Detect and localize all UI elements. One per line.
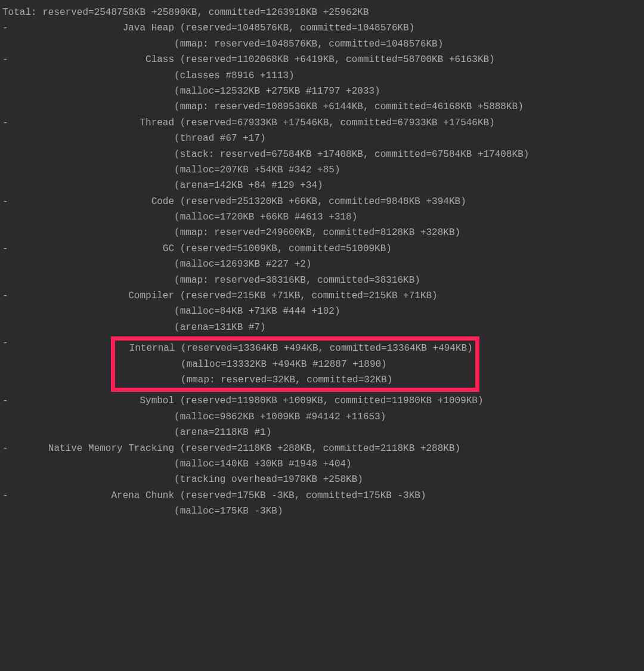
section-dash: - — [2, 335, 8, 351]
section-detail-line: (mmap: reserved=1048576KB, committed=104… — [2, 36, 642, 52]
section-header: - Java Heap (reserved=1048576KB, committ… — [2, 20, 642, 36]
section-header: - Native Memory Tracking (reserved=2118K… — [2, 441, 642, 456]
section-detail-line: (stack: reserved=67584KB +17408KB, commi… — [2, 147, 642, 162]
section-detail-line: (classes #8916 +1113) — [2, 68, 642, 84]
section-detail-line: (malloc=140KB +30KB #1948 +404) — [2, 456, 642, 472]
section-header: - Code (reserved=251320KB +66KB, committ… — [2, 194, 642, 209]
section-detail-line: (mmap: reserved=249600KB, committed=8128… — [2, 225, 642, 240]
section-header: - Symbol (reserved=11980KB +1009KB, comm… — [2, 393, 642, 409]
section-detail-line: (malloc=1720KB +66KB #4613 +318) — [2, 209, 642, 225]
section-detail-line: (malloc=13332KB +494KB #12887 +1890) — [117, 357, 472, 372]
section-detail-line: (malloc=12532KB +275KB #11797 +2033) — [2, 84, 642, 99]
section-detail-line: (malloc=9862KB +1009KB #94142 +11653) — [2, 409, 642, 425]
section-header: - GC (reserved=51009KB, committed=51009K… — [2, 241, 642, 256]
section-detail-line: (mmap: reserved=32KB, committed=32KB) — [117, 372, 472, 388]
section-detail-line: (malloc=175KB -3KB) — [2, 503, 642, 519]
section-detail-line: (mmap: reserved=1089536KB +6144KB, commi… — [2, 99, 642, 115]
section-detail-line: (arena=131KB #7) — [2, 320, 642, 335]
section-detail-line: (malloc=84KB +71KB #444 +102) — [2, 304, 642, 319]
section-detail-line: (tracking overhead=1978KB +258KB) — [2, 472, 642, 487]
section-header-internal: Internal (reserved=13364KB +494KB, commi… — [117, 341, 472, 356]
section-detail-line: (arena=142KB +84 #129 +34) — [2, 178, 642, 193]
section-header: - Arena Chunk (reserved=175KB -3KB, comm… — [2, 488, 642, 503]
section-header: - Class (reserved=1102068KB +6419KB, com… — [2, 52, 642, 67]
section-detail-line: (mmap: reserved=38316KB, committed=38316… — [2, 273, 642, 288]
section-detail-line: (thread #67 +17) — [2, 131, 642, 146]
section-detail-line: (malloc=12693KB #227 +2) — [2, 256, 642, 272]
section-detail-line: (arena=2118KB #1) — [2, 425, 642, 440]
highlighted-section: Internal (reserved=13364KB +494KB, commi… — [111, 336, 479, 392]
memory-report-output: Total: reserved=2548758KB +25890KB, comm… — [2, 5, 642, 520]
section-header: - Compiler (reserved=215KB +71KB, commit… — [2, 288, 642, 304]
total-line: Total: reserved=2548758KB +25890KB, comm… — [2, 5, 642, 20]
section-header: - Thread (reserved=67933KB +17546KB, com… — [2, 115, 642, 131]
section-detail-line: (malloc=207KB +54KB #342 +85) — [2, 162, 642, 178]
